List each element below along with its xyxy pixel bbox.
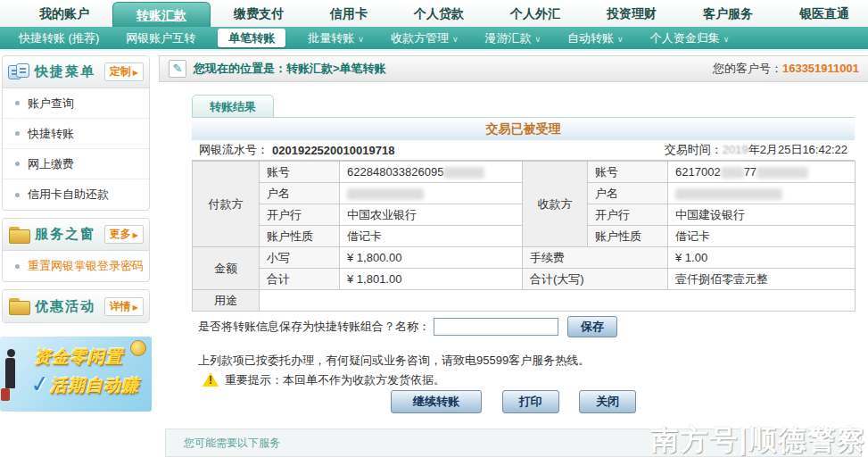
folder-icon bbox=[8, 297, 31, 315]
tab-personal-loan[interactable]: 个人贷款 bbox=[391, 0, 487, 27]
close-button[interactable]: 关闭 bbox=[579, 390, 636, 413]
payee-account-number-p1: 6217002 bbox=[675, 165, 721, 179]
tab-investment[interactable]: 投资理财 bbox=[583, 0, 680, 27]
table-row: 合计 ¥ 1,801.00 合计(大写) 壹仟捌佰零壹元整 bbox=[193, 269, 856, 290]
customer-number: 您的客户号：163351911001 bbox=[713, 61, 859, 77]
breadcrumb-bar: 您现在的位置是：转账汇款>单笔转账 您的客户号：163351911001 bbox=[159, 55, 868, 82]
subnav-fund-collection[interactable]: 个人资金归集 bbox=[637, 26, 743, 50]
subnav-single-transfer[interactable]: 单笔转账 bbox=[218, 29, 285, 47]
chevron-down-icon bbox=[723, 35, 730, 44]
redaction-blur bbox=[675, 188, 782, 200]
suggested-services-panel: 您可能需要以下服务 bbox=[165, 429, 862, 457]
print-button[interactable]: 打印 bbox=[502, 390, 559, 413]
notice-text: 上列款项已按委托办理，有何疑问或业务咨询，请致电95599客户服务热线。 bbox=[198, 353, 590, 369]
sidebar-item-label: 快捷转账 bbox=[28, 126, 74, 142]
tab-bill-payment[interactable]: 缴费支付 bbox=[211, 0, 307, 27]
serial-row: 网银流水号： 0201922520010019718 交易时间：2019年2月2… bbox=[192, 139, 855, 161]
tab-my-account[interactable]: 我的账户 bbox=[16, 0, 112, 27]
sidebar-item-quick-transfer[interactable]: 快捷转账 bbox=[3, 119, 149, 149]
chevron-down-icon bbox=[617, 35, 624, 44]
details-button[interactable]: 详情 bbox=[104, 297, 144, 316]
amount-small-label: 小写 bbox=[260, 247, 340, 269]
promo-banner[interactable]: 资金零闲置 ✓ 活期自动赚 bbox=[0, 337, 152, 412]
subnav-label: 漫游汇款 bbox=[484, 31, 531, 45]
promo-panel: 优惠活动 详情 bbox=[2, 289, 150, 323]
save-shortcut-row: 是否将转账信息保存为快捷转账组合？名称： 保存 bbox=[198, 316, 840, 337]
payee-account-number-p2: 77 bbox=[744, 165, 756, 179]
payer-bank-value: 中国农业银行 bbox=[340, 204, 523, 226]
quick-menu-panel: 快捷菜单 定制 账户查询 快捷转账 网上缴费 信用卡自助还款 bbox=[2, 55, 150, 211]
tab-credit-card[interactable]: 信用卡 bbox=[307, 0, 391, 27]
payee-name-value bbox=[668, 183, 856, 204]
payer-account-value: 622848033826095 bbox=[340, 162, 523, 183]
suggested-services-label: 您可能需要以下服务 bbox=[184, 436, 280, 451]
save-question-label: 是否将转账信息保存为快捷转账组合？名称： bbox=[198, 319, 430, 335]
serial-label: 网银流水号： bbox=[199, 142, 269, 158]
subnav-auto-transfer[interactable]: 自动转账 bbox=[554, 26, 637, 50]
subnav-label: 批量转账 bbox=[308, 31, 354, 45]
sidebar-item-label: 账户查询 bbox=[28, 96, 74, 112]
amount-small-value: ¥ 1,800.00 bbox=[340, 247, 523, 269]
tab-personal-forex[interactable]: 个人外汇 bbox=[487, 0, 583, 27]
sidebar-item-card-repayment[interactable]: 信用卡自助还款 bbox=[3, 179, 149, 210]
transaction-time-label: 交易时间： bbox=[665, 143, 723, 156]
payee-account-value: 621700277 bbox=[668, 162, 856, 183]
redaction-blur bbox=[721, 167, 744, 179]
sidebar: 快捷菜单 定制 账户查询 快捷转账 网上缴费 信用卡自助还款 服务之窗 更多 重… bbox=[0, 55, 152, 330]
sidebar-item-label: 信用卡自助还款 bbox=[28, 187, 109, 203]
sidebar-item-online-payment[interactable]: 网上缴费 bbox=[3, 149, 149, 179]
breadcrumb-label: 您现在的位置是： bbox=[194, 62, 286, 75]
subnav-roaming-remit[interactable]: 漫游汇款 bbox=[471, 26, 554, 50]
amount-header-cell: 金额 bbox=[193, 247, 260, 290]
payee-account-label: 账号 bbox=[588, 162, 668, 183]
payee-name-label: 户名 bbox=[588, 183, 668, 204]
purpose-value bbox=[260, 290, 856, 312]
quick-menu-title: 快捷菜单 bbox=[35, 63, 104, 80]
tab-transfer-result[interactable]: 转账结果 bbox=[192, 95, 274, 117]
serial-number: 0201922520010019718 bbox=[272, 144, 394, 157]
payer-type-value: 借记卡 bbox=[340, 226, 523, 247]
payee-header-cell: 收款方 bbox=[523, 162, 588, 247]
transfer-detail-table: 付款方 账号 622848033826095 收款方 账号 621700277 … bbox=[192, 161, 856, 312]
bullet-icon bbox=[15, 101, 20, 105]
tab-bank-medical[interactable]: 银医直通 bbox=[776, 0, 868, 27]
chevron-down-icon bbox=[358, 35, 364, 44]
tab-customer-service[interactable]: 客户服务 bbox=[680, 0, 776, 27]
continue-transfer-button[interactable]: 继续转账 bbox=[391, 390, 482, 413]
subnav-batch-transfer[interactable]: 批量转账 bbox=[294, 26, 377, 50]
important-notice-text: 重要提示：本回单不作为收款方发货依据。 bbox=[225, 372, 445, 388]
subnav-payee-management[interactable]: 收款方管理 bbox=[377, 26, 472, 50]
top-nav: 我的账户 转账汇款 缴费支付 信用卡 个人贷款 个人外汇 投资理财 客户服务 银… bbox=[0, 0, 868, 27]
location-pencil-icon bbox=[169, 60, 186, 78]
transaction-time: 交易时间：2019年2月25日16:42:22 bbox=[665, 142, 847, 158]
save-button[interactable]: 保存 bbox=[567, 316, 617, 337]
shortcut-name-input[interactable] bbox=[434, 318, 558, 336]
sidebar-item-account-inquiry[interactable]: 账户查询 bbox=[3, 88, 149, 119]
payer-account-number: 622848033826095 bbox=[347, 165, 443, 179]
check-icon: ✓ bbox=[29, 370, 52, 400]
customize-button[interactable]: 定制 bbox=[104, 62, 144, 81]
important-notice: 重要提示：本回单不作为收款方发货依据。 bbox=[202, 372, 445, 388]
payer-name-label: 户名 bbox=[260, 183, 340, 204]
folder-icon bbox=[8, 226, 31, 244]
service-window-header: 服务之窗 更多 bbox=[3, 219, 149, 251]
tab-transfer-remit[interactable]: 转账汇款 bbox=[112, 2, 211, 27]
subnav-ebank-internal-transfer[interactable]: 网银账户互转 bbox=[112, 26, 209, 50]
coin-icon bbox=[130, 340, 146, 356]
payee-type-value: 借记卡 bbox=[668, 226, 856, 247]
more-button[interactable]: 更多 bbox=[104, 225, 144, 244]
customer-number-label: 您的客户号： bbox=[713, 62, 782, 75]
quick-menu-header: 快捷菜单 定制 bbox=[3, 56, 149, 88]
redaction-blur bbox=[443, 167, 484, 179]
sidebar-item-reset-password[interactable]: 重置网银掌银登录密码 bbox=[3, 251, 149, 281]
transaction-time-rest: 年2月25日16:42:22 bbox=[748, 143, 847, 156]
payee-bank-label: 开户行 bbox=[588, 204, 668, 226]
transaction-time-year: 2019 bbox=[723, 143, 748, 156]
table-row: 金额 小写 ¥ 1,800.00 手续费 ¥ 1.00 bbox=[193, 247, 856, 269]
payer-bank-label: 开户行 bbox=[260, 204, 340, 226]
breadcrumb-path: 转账汇款>单笔转账 bbox=[286, 62, 386, 75]
subnav-label: 个人资金归集 bbox=[650, 31, 720, 45]
subnav-quick-transfer[interactable]: 快捷转账 (推荐) bbox=[5, 26, 112, 50]
subnav-label: 自动转账 bbox=[567, 31, 614, 45]
total-cn-value: 壹仟捌佰零壹元整 bbox=[668, 269, 856, 290]
